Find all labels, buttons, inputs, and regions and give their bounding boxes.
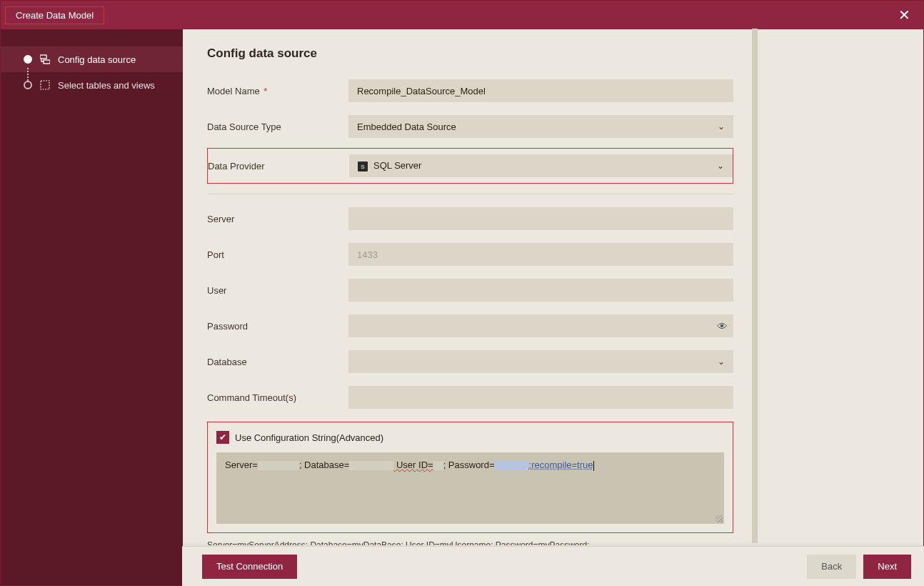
label-port: Port: [207, 249, 348, 260]
test-connection-button[interactable]: Test Connection: [202, 555, 297, 579]
row-port: Port: [207, 243, 733, 266]
step-label: Config data source: [58, 54, 136, 65]
wizard-sidebar: Config data source Select tables and vie…: [1, 29, 183, 585]
datasource-icon: [39, 54, 51, 65]
row-server: Server: [207, 207, 733, 230]
chevron-down-icon: ⌄: [717, 161, 724, 171]
footer-bar: Test Connection Back Next: [182, 546, 924, 586]
step-bullet-icon: [24, 81, 32, 89]
label-server: Server: [207, 214, 348, 224]
label-data-source-type: Data Source Type: [207, 121, 348, 132]
close-icon[interactable]: ✕: [893, 4, 916, 26]
label-command-timeout: Command Timeout(s): [207, 392, 348, 403]
input-command-timeout[interactable]: [348, 386, 733, 409]
step-config-data-source[interactable]: Config data source: [1, 46, 183, 72]
label-data-provider: Data Provider: [208, 161, 349, 172]
label-user: User: [207, 285, 348, 296]
label-database: Database: [207, 357, 348, 367]
input-model-name[interactable]: [348, 79, 733, 102]
connection-string-hint: Server=myServerAddress; Database=myDataB…: [207, 540, 733, 545]
title-bar: Create Data Model ✕: [1, 1, 923, 29]
input-user[interactable]: [348, 279, 733, 302]
checkbox-use-conn-string-row[interactable]: ✔ Use Configuration String(Advanced): [216, 431, 724, 444]
form-panel: Config data source Model Name * Data Sou…: [183, 29, 758, 545]
chevron-down-icon: ⌄: [718, 121, 725, 131]
input-password[interactable]: 👁: [348, 314, 733, 337]
next-button[interactable]: Next: [863, 555, 911, 579]
select-database[interactable]: ⌄: [348, 350, 733, 373]
row-data-source-type: Data Source Type Embedded Data Source ⌄: [207, 115, 733, 138]
row-model-name: Model Name *: [207, 79, 733, 102]
eye-icon[interactable]: 👁: [717, 320, 728, 332]
select-data-source-type[interactable]: Embedded Data Source ⌄: [348, 115, 733, 138]
scrollbar[interactable]: [752, 29, 758, 543]
input-server[interactable]: [348, 207, 733, 230]
step-bullet-icon: [24, 55, 32, 64]
sqlserver-icon: S: [358, 162, 368, 172]
advanced-connection-box: ✔ Use Configuration String(Advanced) Ser…: [207, 422, 733, 533]
label-model-name: Model Name *: [207, 86, 348, 96]
row-database: Database ⌄: [207, 350, 733, 373]
highlight-data-provider: Data Provider SSQL Server ⌄: [207, 148, 733, 184]
textarea-connection-string[interactable]: Server=; Database= User ID=; Password=;r…: [216, 452, 724, 524]
row-user: User: [207, 279, 733, 302]
row-password: Password 👁: [207, 314, 733, 337]
checkbox-checked-icon[interactable]: ✔: [216, 431, 229, 444]
label-use-conn-string: Use Configuration String(Advanced): [235, 432, 383, 443]
page-heading: Config data source: [207, 46, 733, 61]
label-password: Password: [207, 321, 348, 332]
chevron-down-icon: ⌄: [718, 357, 725, 367]
step-label: Select tables and views: [58, 80, 155, 91]
tables-icon: [39, 79, 51, 91]
svg-rect-1: [44, 60, 50, 64]
back-button[interactable]: Back: [807, 555, 856, 579]
window-title: Create Data Model: [5, 6, 104, 24]
select-data-provider[interactable]: SSQL Server ⌄: [349, 154, 733, 177]
resize-handle-icon[interactable]: [715, 515, 723, 522]
svg-rect-2: [41, 81, 49, 89]
svg-rect-0: [40, 55, 46, 59]
row-command-timeout: Command Timeout(s): [207, 386, 733, 409]
input-port[interactable]: [348, 243, 733, 266]
